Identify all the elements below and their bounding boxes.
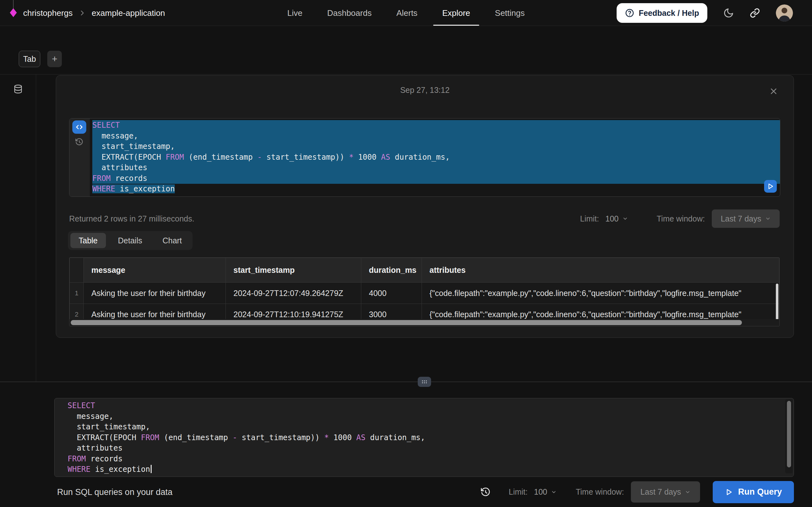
time-window-dropdown[interactable]: Last 7 days <box>712 210 780 228</box>
editor-gutter <box>69 118 90 196</box>
query-footer: Run SQL queries on your data Limit: 100 … <box>0 477 812 507</box>
code-line: WHERE is_exception <box>92 184 780 194</box>
code-line: WHERE is_exception <box>67 464 773 475</box>
database-icon <box>13 84 23 94</box>
moon-icon <box>723 8 734 18</box>
row-number: 1 <box>70 283 84 304</box>
limit-value: 100 <box>606 214 619 223</box>
chevron-down-icon <box>551 489 557 495</box>
cell-message: Asking the user for their birthday <box>84 283 226 304</box>
code-line: start_timestamp, <box>67 422 773 433</box>
limit-dropdown[interactable]: 100 <box>606 214 628 223</box>
code-line: message, <box>67 411 773 422</box>
dark-mode-toggle[interactable] <box>723 8 734 18</box>
user-avatar[interactable] <box>776 4 793 21</box>
nav-item-live[interactable]: Live <box>287 0 303 26</box>
breadcrumb: christophergs example-application <box>9 0 165 26</box>
editor-vertical-scrollbar[interactable] <box>787 401 791 467</box>
history-sql-editor[interactable]: SELECT message, start_timestamp, EXTRACT… <box>69 118 780 197</box>
cell-attributes: {"code.filepath":"example.py","code.line… <box>422 283 779 304</box>
panel-resize-handle[interactable] <box>418 377 431 387</box>
close-card-button[interactable] <box>769 86 779 96</box>
history-icon <box>480 487 491 498</box>
sql-editor-panel[interactable]: SELECT message, start_timestamp, EXTRACT… <box>54 398 794 477</box>
run-query-button[interactable]: Run Query <box>713 481 794 503</box>
view-tab-table[interactable]: Table <box>70 233 106 248</box>
play-icon <box>767 182 774 190</box>
result-view-tabs: TableDetailsChart <box>68 231 193 250</box>
table-vertical-scrollbar[interactable] <box>776 284 778 321</box>
top-nav: christophergs example-application LiveDa… <box>0 0 812 26</box>
code-line: FROM records <box>67 454 773 464</box>
history-icon <box>75 137 84 147</box>
nav-item-dashboards[interactable]: Dashboards <box>327 0 371 26</box>
code-line: start_timestamp, <box>92 141 780 152</box>
cell-start_timestamp: 2024-09-27T12:07:49.264279Z <box>226 283 361 304</box>
column-header-duration_ms[interactable]: duration_ms <box>361 258 422 283</box>
time-window-dropdown[interactable]: Last 7 days <box>631 481 700 503</box>
close-icon <box>769 87 778 96</box>
editor-scrollbar-track <box>785 399 793 473</box>
query-tab[interactable]: Tab <box>19 51 40 67</box>
limit-value: 100 <box>534 487 547 497</box>
result-table-container: messagestart_timestampduration_msattribu… <box>69 257 780 326</box>
sql-code-input[interactable]: SELECT message, start_timestamp, EXTRACT… <box>67 400 773 475</box>
run-query-mini-button[interactable] <box>764 180 777 193</box>
panel-split-divider <box>0 382 812 382</box>
schema-browser-button[interactable] <box>13 84 23 94</box>
result-controls: Limit: 100 Time window: Last 7 days <box>580 210 780 228</box>
left-sidebar <box>0 74 36 382</box>
column-header-start_timestamp[interactable]: start_timestamp <box>226 258 361 283</box>
result-summary: Returned 2 rows in 27 milliseconds. <box>69 214 194 223</box>
cell-duration_ms: 4000 <box>361 283 422 304</box>
code-line: SELECT <box>92 120 780 131</box>
avatar-photo <box>776 4 793 21</box>
code-line: EXTRACT(EPOCH FROM (end_timestamp - star… <box>67 433 773 443</box>
query-history-button[interactable] <box>480 487 491 498</box>
play-icon <box>725 488 733 496</box>
query-history-button[interactable] <box>75 137 84 147</box>
feedback-help-label: Feedback / Help <box>639 9 699 18</box>
code-line: message, <box>92 131 780 142</box>
table-row[interactable]: 1Asking the user for their birthday2024-… <box>70 283 779 304</box>
code-icon <box>75 123 84 131</box>
time-window-label: Time window: <box>576 487 624 497</box>
share-link-button[interactable] <box>750 8 760 18</box>
code-line: attributes <box>92 163 780 173</box>
row-number-header <box>70 258 84 283</box>
breadcrumb-org[interactable]: christophergs <box>23 8 72 18</box>
chevron-down-icon <box>622 216 628 222</box>
breadcrumb-project[interactable]: example-application <box>92 8 165 18</box>
time-window-value: Last 7 days <box>721 214 761 223</box>
nav-item-explore[interactable]: Explore <box>442 0 470 26</box>
code-line: attributes <box>67 443 773 454</box>
query-result-card: Sep 27, 13:12 SELECT message, start_time… <box>56 75 794 338</box>
primary-nav: LiveDashboardsAlertsExploreSettings <box>287 0 525 26</box>
nav-item-settings[interactable]: Settings <box>495 0 525 26</box>
nav-actions: Feedback / Help <box>617 0 793 26</box>
result-table: messagestart_timestampduration_msattribu… <box>69 258 779 325</box>
column-header-message[interactable]: message <box>84 258 226 283</box>
logfire-logo-icon[interactable] <box>9 0 17 26</box>
nav-item-alerts[interactable]: Alerts <box>397 0 417 26</box>
text-caret <box>151 465 152 473</box>
limit-label: Limit: <box>509 487 528 497</box>
link-icon <box>750 8 760 18</box>
table-horizontal-scrollbar[interactable] <box>71 320 742 325</box>
chevron-down-icon <box>765 216 771 222</box>
sql-code-selected[interactable]: SELECT message, start_timestamp, EXTRACT… <box>90 118 780 196</box>
feedback-help-button[interactable]: Feedback / Help <box>617 3 707 23</box>
view-tab-chart[interactable]: Chart <box>154 233 190 248</box>
logo-pin-line <box>13 0 14 9</box>
chevron-right-icon <box>79 9 86 16</box>
code-line: SELECT <box>67 400 773 411</box>
footer-hint: Run SQL queries on your data <box>57 487 172 497</box>
footer-controls: Limit: 100 Time window: Last 7 days Run … <box>480 481 794 503</box>
query-timestamp: Sep 27, 13:12 <box>56 86 794 95</box>
view-tab-details[interactable]: Details <box>110 233 150 248</box>
column-header-attributes[interactable]: attributes <box>422 258 779 283</box>
diamond-icon <box>9 8 17 17</box>
limit-dropdown[interactable]: 100 <box>534 487 557 497</box>
code-mode-button[interactable] <box>72 120 86 134</box>
add-tab-button[interactable]: + <box>47 51 62 67</box>
